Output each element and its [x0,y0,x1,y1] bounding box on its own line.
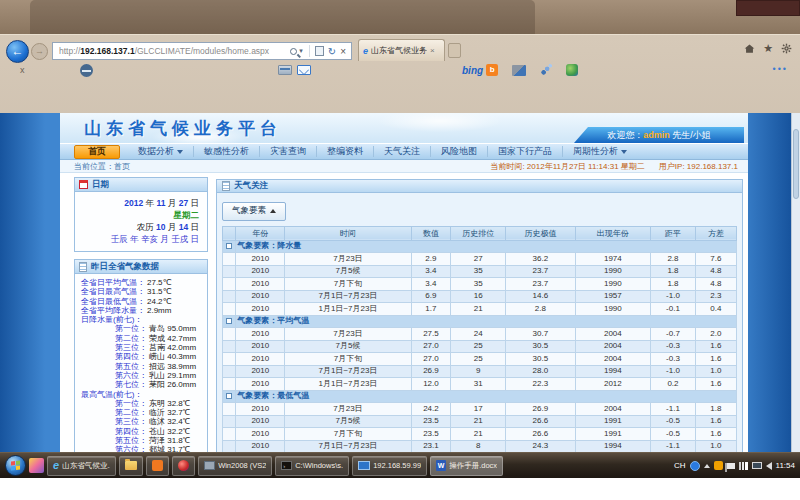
extension-cards-icon[interactable] [512,65,526,76]
table-group-row[interactable]: 气象要素：最低气温 [223,390,737,403]
table-cell: 2010 [236,365,285,378]
table-row[interactable]: 20107月5候3.43523.719901.84.8 [223,265,737,278]
nav-item[interactable]: 国家下行产品 [488,146,563,157]
tab-close-icon[interactable]: × [430,46,435,55]
nav-item[interactable]: 周期性分析 [563,146,637,157]
security-tray-icon[interactable] [714,461,723,470]
bing-toolbar[interactable]: bing b [462,64,498,76]
rank-value: 青岛 95.0mm [149,324,196,333]
nav-item[interactable]: 风险地图 [431,146,488,157]
taskbar-window[interactable] [172,456,195,476]
bing-badge-icon[interactable]: b [486,64,498,76]
nav-item[interactable]: 天气关注 [374,146,431,157]
new-tab-button[interactable] [448,43,461,58]
favorites-star-icon[interactable]: ★ [763,43,773,54]
chevron-down-icon [177,150,183,154]
start-button[interactable] [5,455,26,476]
expand-box-icon[interactable] [223,240,236,253]
nav-item[interactable]: 数据分析 [128,146,194,157]
taskbar-window[interactable]: W操作手册.docx ... [430,456,503,476]
scrollbar-thumb[interactable] [793,129,799,199]
gear-icon[interactable] [781,43,792,54]
mail-icon[interactable] [297,65,311,75]
nav-item[interactable]: 灾害查询 [260,146,317,157]
network-icon[interactable] [739,462,748,470]
url-text[interactable]: http://192.168.137.1/GLCCLIMATE/modules/… [59,46,288,56]
blocked-circle-icon[interactable] [80,64,93,77]
toolbar-close-icon[interactable]: x [20,65,25,75]
rank-line: 第四位：苍山 32.2℃ [81,427,203,436]
clock[interactable]: 11:54 [776,461,795,470]
rank-label: 第五位： [115,436,147,445]
table-cell: 31 [451,378,506,391]
taskbar-window[interactable] [146,456,169,476]
table-group-title: 气象要素：最低气温 [236,390,737,403]
nav-item[interactable]: 首页 [74,145,120,159]
site-header: 山东省气候业务平台 欢迎您：admin 先生/小姐 [60,113,748,143]
language-indicator[interactable]: CH [674,461,686,470]
table-cell: 7月5候 [285,340,411,353]
row-gutter [223,365,236,378]
table-row[interactable]: 20107月下旬3.43523.719901.84.8 [223,278,737,291]
extension-sparkle-icon[interactable] [540,64,552,76]
taskbar-window[interactable]: Win2008 (VS2... [198,456,272,476]
table-row[interactable]: 20107月1日~7月23日6.91614.61957-1.02.3 [223,290,737,303]
table-row[interactable]: 20107月23日27.52430.72004-0.72.0 [223,328,737,341]
quick-launch-icon[interactable] [29,458,44,473]
forward-button[interactable]: → [31,43,48,60]
table-cell: 3.4 [411,265,451,278]
extension-globe-icon[interactable] [566,64,578,76]
table-row[interactable]: 20101月1日~7月23日1.7212.81990-0.10.4 [223,303,737,316]
table-cell: -0.3 [651,353,696,366]
checkbox-icon[interactable] [226,243,232,249]
vertical-scrollbar[interactable] [791,113,800,487]
table-row[interactable]: 20107月下旬23.52126.61991-0.51.6 [223,428,737,441]
table-cell: 35 [451,265,506,278]
back-button[interactable]: ← [6,40,29,63]
table-row[interactable]: 20107月下旬27.02530.52004-0.31.6 [223,353,737,366]
toolbar-more-icon[interactable]: ••• [773,64,788,74]
bing-logo[interactable]: bing [462,65,483,76]
checkbox-icon[interactable] [226,393,232,399]
action-center-flag-icon[interactable] [727,463,735,469]
tab-title[interactable]: 山东省气候业务平... [371,45,427,56]
stop-icon[interactable]: × [340,46,346,57]
table-group-row[interactable]: 气象要素：降水量 [223,240,737,253]
checkbox-icon[interactable] [226,318,232,324]
address-bar[interactable]: http://192.168.137.1/GLCCLIMATE/modules/… [52,42,352,60]
compatibility-view-icon[interactable] [315,46,324,56]
taskbar-window[interactable]: ›C:\Windows\s... [275,456,349,476]
rank-group-title: 日降水量(前七)： [81,315,203,324]
display-icon[interactable] [752,462,762,469]
search-icon[interactable] [290,48,297,55]
volume-icon[interactable] [766,462,772,470]
table-row[interactable]: 20107月5候27.02530.52004-0.31.6 [223,340,737,353]
nav-item[interactable]: 敏感性分析 [194,146,260,157]
table-row[interactable]: 20107月23日2.92736.219742.87.6 [223,253,737,266]
expand-box-icon[interactable] [223,315,236,328]
home-icon[interactable] [744,43,755,54]
taskbar-window[interactable]: e山东省气候业... [47,456,116,476]
card-reader-icon[interactable] [278,65,292,75]
taskbar-window[interactable] [119,456,143,476]
show-hidden-icons-chevron[interactable] [704,464,710,468]
element-filter-button[interactable]: 气象要素 [222,202,286,221]
browser-tab[interactable]: e 山东省气候业务平... × [358,39,445,61]
taskbar-window[interactable]: 192.168.59.99... [352,456,427,476]
nav-item[interactable]: 整编资料 [317,146,374,157]
refresh-icon[interactable]: ↻ [328,46,336,57]
taskbar-window-label: 操作手册.docx ... [449,461,497,471]
table-cell: 3.4 [411,278,451,291]
table-row[interactable]: 20107月1日~7月23日23.1824.31994-1.11.0 [223,440,737,453]
chevron-down-icon[interactable]: ▾ [299,47,303,55]
rank-value: 乳山 29.1mm [149,371,196,380]
table-row[interactable]: 20101月1日~7月23日12.03122.320120.21.6 [223,378,737,391]
table-group-row[interactable]: 气象要素：平均气温 [223,315,737,328]
ime-icon[interactable] [690,461,700,471]
table-row[interactable]: 20107月1日~7月23日26.9928.01994-1.01.0 [223,365,737,378]
rank-line: 第一位：青岛 95.0mm [81,324,203,333]
table-row[interactable]: 20107月5候23.52126.61991-0.51.6 [223,415,737,428]
table-row[interactable]: 20107月23日24.21726.92004-1.11.8 [223,403,737,416]
expand-box-icon[interactable] [223,390,236,403]
table-cell: 1994 [575,365,651,378]
